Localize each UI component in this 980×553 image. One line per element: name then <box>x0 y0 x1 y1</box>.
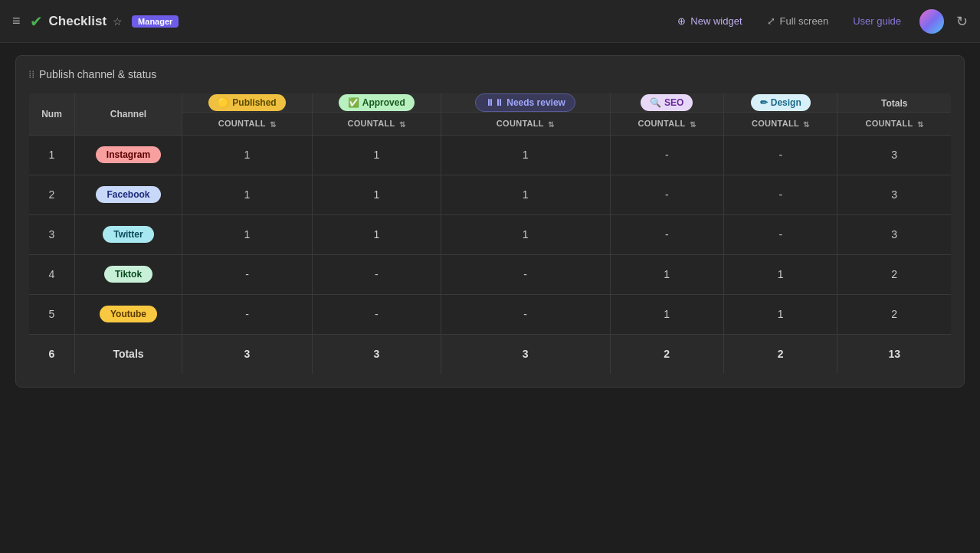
sort-needs-review-icon: ⇅ <box>548 120 554 129</box>
fullscreen-label: Full screen <box>780 15 829 27</box>
col-channel-header: Channel <box>75 93 182 136</box>
col-totals-countall[interactable]: COUNTALL ⇅ <box>837 113 952 136</box>
cell-approved: - <box>312 294 441 334</box>
countall-label: COUNTALL <box>637 119 685 128</box>
cell-num: 2 <box>29 175 75 214</box>
seo-badge: 🔍 SEO <box>641 94 693 111</box>
channel-badge: Youtube <box>100 306 157 322</box>
countall-label: COUNTALL <box>497 119 544 128</box>
user-guide-label: User guide <box>853 15 901 27</box>
cell-design: - <box>724 214 837 254</box>
cell-seo: - <box>610 135 723 175</box>
cell-totals: 3 <box>837 135 952 175</box>
topnav: ≡ ✔ Checklist ☆ Manager ⊕ New widget ⤢ F… <box>0 0 980 43</box>
design-label: Design <box>771 97 801 108</box>
cell-totals: 2 <box>837 294 952 334</box>
needs-review-label: Needs review <box>506 97 565 108</box>
totals-num: 6 <box>29 334 75 374</box>
cell-needs-review: 1 <box>441 175 610 214</box>
widget-card: ⁞⁞ Publish channel & status Num Channel … <box>15 55 965 388</box>
cell-design: - <box>724 175 837 214</box>
totals-published: 3 <box>182 334 313 374</box>
cell-channel: Instagram <box>75 135 182 175</box>
needs-review-icon: ⏸⏸ <box>485 97 503 108</box>
countall-label: COUNTALL <box>752 119 799 128</box>
cell-approved: - <box>312 254 441 294</box>
data-table: Num Channel 🟡 Published ✅ Approved <box>28 93 952 375</box>
cell-channel: Youtube <box>75 294 182 334</box>
cell-needs-review: - <box>441 294 610 334</box>
table-row: 1 Instagram 1 1 1 - - 3 <box>29 135 952 175</box>
sort-design-icon: ⇅ <box>803 120 809 129</box>
cell-approved: 1 <box>312 214 441 254</box>
cell-channel: Twitter <box>75 214 182 254</box>
totals-approved: 3 <box>312 334 441 374</box>
cell-published: 1 <box>182 175 313 214</box>
menu-icon[interactable]: ≡ <box>12 13 21 29</box>
fullscreen-button[interactable]: ⤢ Full screen <box>761 12 835 30</box>
col-needs-review-countall[interactable]: COUNTALL ⇅ <box>441 113 610 136</box>
col-seo-header: 🔍 SEO <box>610 93 723 113</box>
cell-num: 4 <box>29 254 75 294</box>
sort-seo-icon: ⇅ <box>690 120 696 129</box>
app-title: Checklist <box>49 14 107 29</box>
topnav-left: ≡ ✔ Checklist ☆ Manager <box>12 12 671 31</box>
col-approved-header: ✅ Approved <box>312 93 441 113</box>
cell-published: 1 <box>182 214 313 254</box>
col-seo-countall[interactable]: COUNTALL ⇅ <box>610 113 723 136</box>
cell-channel: Tiktok <box>75 254 182 294</box>
cell-needs-review: 1 <box>441 135 610 175</box>
col-published-header: 🟡 Published <box>182 93 313 113</box>
col-needs-review-header: ⏸⏸ Needs review <box>441 93 610 113</box>
col-num-header: Num <box>29 93 75 136</box>
new-widget-button[interactable]: ⊕ New widget <box>671 12 748 30</box>
published-label: Published <box>232 97 276 108</box>
cell-approved: 1 <box>312 175 441 214</box>
cell-approved: 1 <box>312 135 441 175</box>
totals-design: 2 <box>724 334 837 374</box>
cell-seo: - <box>610 175 723 214</box>
col-approved-countall[interactable]: COUNTALL ⇅ <box>312 113 441 136</box>
totals-seo: 2 <box>610 334 723 374</box>
widget-header: ⁞⁞ Publish channel & status <box>28 68 952 80</box>
published-badge: 🟡 Published <box>208 94 285 111</box>
countall-label: COUNTALL <box>865 119 913 128</box>
star-icon[interactable]: ☆ <box>113 15 123 28</box>
table-row: 5 Youtube - - - 1 1 2 <box>29 294 952 334</box>
countall-label: COUNTALL <box>218 119 266 128</box>
channel-badge: Tiktok <box>104 266 152 283</box>
main-content: ⁞⁞ Publish channel & status Num Channel … <box>0 43 980 400</box>
col-design-header: ✏ Design <box>724 93 837 113</box>
totals-row: 6 Totals 3 3 3 2 2 13 <box>29 334 952 374</box>
cell-totals: 2 <box>837 254 952 294</box>
channel-badge: Facebook <box>96 186 160 203</box>
published-icon: 🟡 <box>218 97 229 108</box>
col-design-countall[interactable]: COUNTALL ⇅ <box>724 113 837 136</box>
approved-badge: ✅ Approved <box>339 94 415 111</box>
cell-seo: 1 <box>610 294 723 334</box>
totals-needs-review: 3 <box>441 334 610 374</box>
seo-label: SEO <box>664 97 683 108</box>
sort-totals-icon: ⇅ <box>917 120 923 129</box>
cell-design: 1 <box>724 294 837 334</box>
widget-title: Publish channel & status <box>39 68 156 80</box>
avatar[interactable] <box>919 9 944 34</box>
table-row: 4 Tiktok - - - 1 1 2 <box>29 254 952 294</box>
channel-badge: Instagram <box>96 146 161 163</box>
refresh-icon[interactable]: ↻ <box>956 13 968 30</box>
manager-badge: Manager <box>132 15 179 28</box>
cell-published: 1 <box>182 135 313 175</box>
cell-num: 3 <box>29 214 75 254</box>
cell-published: - <box>182 294 313 334</box>
approved-icon: ✅ <box>348 97 359 108</box>
design-icon: ✏ <box>760 97 768 108</box>
drag-handle-icon[interactable]: ⁞⁞ <box>28 68 34 80</box>
col-published-countall[interactable]: COUNTALL ⇅ <box>182 113 313 136</box>
seo-icon: 🔍 <box>650 97 661 108</box>
cell-channel: Facebook <box>75 175 182 214</box>
design-badge: ✏ Design <box>751 94 811 111</box>
user-guide-button[interactable]: User guide <box>847 12 907 30</box>
sort-published-icon: ⇅ <box>270 120 276 129</box>
countall-label: COUNTALL <box>348 119 395 128</box>
cell-needs-review: - <box>441 254 610 294</box>
